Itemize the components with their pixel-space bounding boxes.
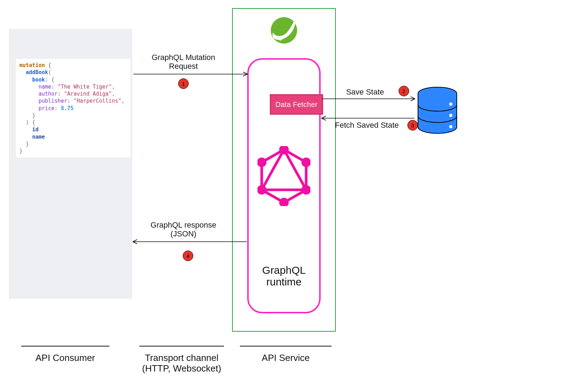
arrow-layer: [0, 0, 564, 392]
step-badge-4: 4: [183, 251, 193, 261]
label-fetch-state: Fetch Saved State: [328, 121, 406, 129]
footer-rule-service: [240, 346, 332, 346]
footer-rule-transport: [139, 346, 224, 346]
step-badge-2: 2: [399, 86, 409, 96]
step-badge-1: 1: [178, 78, 189, 89]
label-response: GraphQL response (JSON): [139, 221, 228, 239]
footer-label-transport: Transport channel (HTTP, Websocket): [131, 353, 233, 374]
step-badge-3: 3: [407, 120, 418, 131]
footer-rule-consumer: [21, 346, 109, 346]
label-save-state: Save State: [335, 88, 395, 96]
footer-label-consumer: API Consumer: [21, 353, 109, 363]
footer-label-service: API Service: [240, 353, 332, 363]
label-request: GraphQL Mutation Request: [139, 53, 228, 71]
